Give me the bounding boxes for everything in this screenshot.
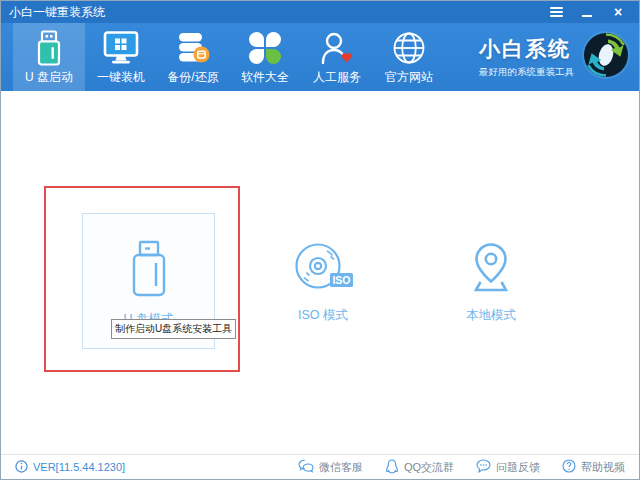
link-label: 帮助视频: [581, 460, 625, 475]
brand-tagline: 最好用的系统重装工具: [479, 66, 574, 79]
nav-item-label: 软件大全: [241, 69, 289, 86]
nav-item-label: 备份/还原: [167, 69, 218, 86]
link-feedback[interactable]: 问题反馈: [476, 459, 540, 475]
mode-iso[interactable]: ISO ISO 模式: [267, 241, 379, 324]
nav-item-software-collection[interactable]: 软件大全: [229, 23, 301, 91]
nav-item-usb-boot[interactable]: U 盘启动: [13, 23, 85, 91]
brand-area: 小白系统 最好用的系统重装工具: [479, 23, 639, 91]
usb-outline-icon: [126, 240, 172, 301]
menu-icon[interactable]: [549, 4, 563, 20]
close-icon[interactable]: ×: [611, 4, 625, 20]
app-window: 小白一键重装系统 × U 盘启动: [0, 0, 640, 480]
nav-item-label: 官方网站: [385, 69, 433, 86]
window-title: 小白一键重装系统: [9, 4, 105, 21]
brand-name: 小白系统: [479, 35, 574, 63]
link-label: QQ交流群: [404, 460, 454, 475]
mode-label: 本地模式: [466, 307, 516, 324]
nav-item-one-click-install[interactable]: 一键装机: [85, 23, 157, 91]
status-bar: VER[11.5.44.1230] 微信客服 QQ交流群: [1, 454, 639, 479]
version-text: VER[11.5.44.1230]: [33, 461, 125, 473]
status-links: 微信客服 QQ交流群: [298, 459, 625, 476]
mode-label: ISO 模式: [298, 307, 348, 324]
help-circle-icon: [562, 459, 576, 475]
nav-item-official-website[interactable]: 官方网站: [373, 23, 445, 91]
backup-disks-icon: [176, 29, 210, 67]
info-icon: [15, 460, 28, 475]
link-label: 微信客服: [319, 460, 363, 475]
minimize-icon[interactable]: [580, 4, 594, 20]
globe-icon: [392, 29, 426, 67]
location-pin-icon: [463, 241, 519, 299]
link-wechat-service[interactable]: 微信客服: [298, 459, 363, 475]
qq-icon: [385, 459, 399, 476]
feedback-bubble-icon: [476, 459, 491, 475]
nav-item-label: U 盘启动: [25, 69, 73, 86]
usb-mode-tooltip: 制作启动U盘系统安装工具: [111, 319, 236, 339]
link-qq-group[interactable]: QQ交流群: [385, 459, 454, 476]
usb-drive-icon: [35, 29, 63, 67]
mode-local[interactable]: 本地模式: [435, 241, 547, 324]
refresh-arrows-logo: [581, 30, 631, 84]
version-info: VER[11.5.44.1230]: [15, 460, 125, 475]
iso-badge-text: ISO: [332, 274, 350, 286]
nav-bar: U 盘启动 一键装机: [1, 23, 639, 91]
nav-item-human-service[interactable]: 人工服务: [301, 23, 373, 91]
nav-item-label: 人工服务: [313, 69, 361, 86]
iso-disc-icon: ISO: [292, 241, 354, 299]
link-help-video[interactable]: 帮助视频: [562, 459, 625, 475]
window-controls: ×: [549, 4, 631, 20]
nav-item-label: 一键装机: [97, 69, 145, 86]
nav-item-backup-restore[interactable]: 备份/还原: [157, 23, 229, 91]
title-bar: 小白一键重装系统 ×: [1, 1, 639, 23]
main-content: U 盘模式 制作启动U盘系统安装工具 ISO: [1, 91, 639, 454]
person-heart-icon: [320, 29, 354, 67]
monitor-icon: [103, 29, 139, 67]
wechat-icon: [298, 459, 314, 475]
software-grid-icon: [249, 29, 281, 67]
link-label: 问题反馈: [496, 460, 540, 475]
